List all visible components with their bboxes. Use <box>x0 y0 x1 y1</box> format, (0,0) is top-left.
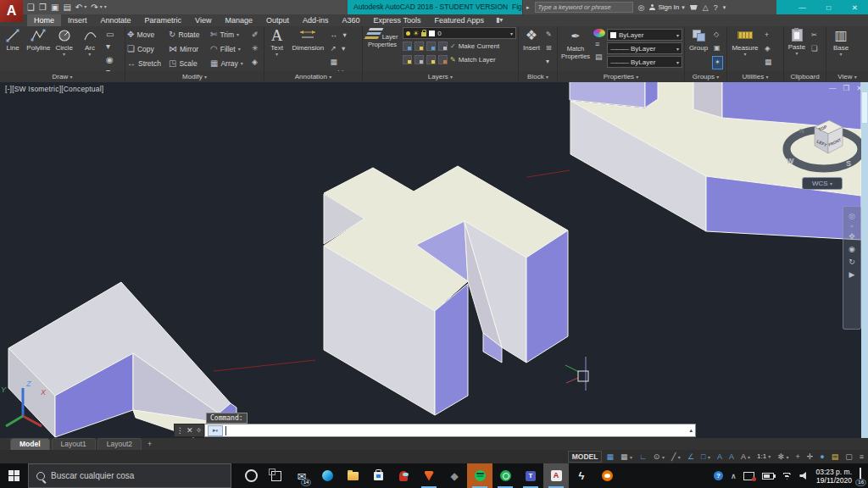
leader-icon[interactable]: ↗ ▾ <box>327 42 362 54</box>
viewport-scrollbar[interactable] <box>861 82 868 438</box>
ribbon-collapse-icon[interactable]: ▮▾ <box>491 14 508 26</box>
layer-tool-icon[interactable] <box>438 55 448 64</box>
paste-button[interactable]: Paste ▾ <box>784 26 810 56</box>
taskbar-app-game[interactable]: ◆ <box>442 463 467 488</box>
lineweight-dropdown[interactable]: ———ByLayer▾ <box>607 42 682 54</box>
chevron-down-icon[interactable]: ▾ <box>850 223 853 230</box>
undo-caret-icon[interactable]: ▾ <box>84 0 86 14</box>
panel-label-annotation[interactable]: Annotation ▾ <box>264 71 362 82</box>
layer-tool-icon[interactable] <box>415 55 424 64</box>
viewport-canvas[interactable]: Z X Y W S N TOP LEFT <box>0 82 868 438</box>
tab-layout1[interactable]: Layout1 <box>52 438 96 450</box>
scale-button[interactable]: ◳Scale <box>167 56 209 70</box>
mirror-button[interactable]: ⋈Mirror <box>167 42 209 56</box>
copy-clip-icon[interactable]: ❏ <box>810 42 820 54</box>
command-prompt-icon[interactable]: ▸▾ <box>208 425 223 436</box>
taskbar-search[interactable]: Buscar cualquier cosa <box>28 463 231 488</box>
group-button[interactable]: Group <box>685 26 712 52</box>
snap-mode-icon[interactable]: ▦ ▾ <box>618 451 635 463</box>
annotation-scale-value[interactable]: 1:1 ▾ <box>754 451 773 463</box>
tab-a360[interactable]: A360 <box>336 14 367 26</box>
redo-icon[interactable]: ↷ <box>91 0 97 14</box>
undo-icon[interactable]: ↶ <box>75 0 82 14</box>
save-icon[interactable]: ▣ <box>51 0 58 14</box>
layer-tool-icon[interactable] <box>438 42 448 51</box>
tab-featured-apps[interactable]: Featured Apps <box>427 14 491 26</box>
tab-addins[interactable]: Add-ins <box>296 14 336 26</box>
cut-icon[interactable]: ✂ <box>810 29 820 41</box>
get-help-icon[interactable]: ? <box>714 471 723 480</box>
tab-manage[interactable]: Manage <box>218 14 259 26</box>
tray-expand-icon[interactable]: ∧ <box>731 472 737 480</box>
search-icon[interactable]: ◎ <box>638 3 645 12</box>
open-file-icon[interactable]: ❒ <box>39 0 47 14</box>
command-close-icon[interactable]: ✕ <box>186 426 193 435</box>
qat-customize-icon[interactable]: ▾ <box>104 0 107 14</box>
circle-button[interactable]: Circle▾ <box>52 26 77 57</box>
wcs-dropdown[interactable]: WCS ▾ <box>802 177 843 190</box>
group-edit-icon[interactable]: ▣ <box>712 42 723 54</box>
layer-tool-icon[interactable] <box>403 55 412 64</box>
wifi-icon[interactable] <box>782 472 792 480</box>
object-color-dropdown[interactable]: ByLayer▾ <box>607 29 682 41</box>
sign-in-button[interactable]: Sign In ▾ <box>649 3 684 11</box>
measure-button[interactable]: Measure ▾ <box>727 26 763 57</box>
text-button[interactable]: A Text ▾ <box>264 26 289 57</box>
new-file-icon[interactable]: ❑ <box>27 0 35 14</box>
minimize-button[interactable]: — <box>798 3 806 12</box>
store-cart-icon[interactable] <box>690 5 698 10</box>
tab-layout2[interactable]: Layout2 <box>97 438 142 450</box>
taskbar-app-cortana[interactable] <box>238 463 264 488</box>
pan-icon[interactable]: ✥ <box>849 230 855 243</box>
trim-button[interactable]: ✄Trim▾ <box>209 27 250 42</box>
redo-caret-icon[interactable]: ▾ <box>100 0 103 14</box>
taskbar-app-task-view[interactable] <box>264 463 289 488</box>
a360-icon[interactable]: △ <box>703 3 709 12</box>
model-space-toggle[interactable]: MODEL <box>568 451 603 463</box>
taskbar-app-store[interactable] <box>365 463 391 488</box>
taskbar-clock[interactable]: 03:23 p. m. 19/11/2020 <box>815 468 852 485</box>
panel-label-view[interactable]: View ▾ <box>826 71 868 82</box>
tab-insert[interactable]: Insert <box>61 14 94 26</box>
object-snap-icon[interactable]: ∠ <box>685 451 697 463</box>
panel-label-groups[interactable]: Groups ▾ <box>685 71 726 82</box>
layer-tool-icon[interactable] <box>403 42 412 51</box>
layer-tool-icon[interactable] <box>426 55 436 64</box>
stretch-button[interactable]: ↔Stretch <box>125 56 167 70</box>
maximize-button[interactable]: □ <box>826 3 831 12</box>
annotation-autoscale-icon[interactable]: A <box>726 451 737 463</box>
lineweight-icon[interactable]: ≡ <box>593 38 605 50</box>
match-properties-button[interactable]: ✒ Match Properties <box>559 27 592 60</box>
fillet-button[interactable]: ◠Fillet▾ <box>209 42 250 56</box>
wrench-icon[interactable]: ✧ <box>196 426 203 435</box>
polyline-button[interactable]: Polyline <box>25 26 51 52</box>
ortho-mode-icon[interactable]: ∟ <box>637 451 649 463</box>
panel-label-layers[interactable]: Layers ▾ <box>363 71 518 82</box>
rectangle-tool-icon[interactable]: ▭ ▾ <box>103 29 125 53</box>
tray-plus-icon[interactable]: + <box>793 451 802 463</box>
drawing-viewport[interactable]: Z X Y W S N TOP LEFT <box>0 82 868 438</box>
customization-menu-icon[interactable]: ≡ <box>857 451 866 463</box>
taskbar-app-whatsapp[interactable] <box>492 463 518 488</box>
solid-bottom-left[interactable] <box>8 282 236 437</box>
network-status-icon[interactable] <box>743 472 754 480</box>
infocenter-arrow-icon[interactable]: ▸ <box>526 4 530 11</box>
viewport-corner-label[interactable]: [-][SW Isometric][Conceptual] <box>5 85 103 93</box>
tab-output[interactable]: Output <box>259 14 296 26</box>
tab-view[interactable]: View <box>188 14 218 26</box>
panel-label-utilities[interactable]: Utilities ▾ <box>727 71 783 82</box>
tab-parametric[interactable]: Parametric <box>138 14 189 26</box>
tab-model[interactable]: Model <box>10 438 50 450</box>
group-selection-icon[interactable]: ✶ <box>712 56 723 69</box>
show-motion-icon[interactable]: ▶ <box>849 269 855 281</box>
array-button[interactable]: ▦Array▾ <box>209 56 250 70</box>
quick-calc-icon[interactable]: ◈ <box>763 42 773 54</box>
clean-screen-icon[interactable]: ▢ <box>843 451 855 463</box>
battery-icon[interactable] <box>762 473 774 480</box>
taskbar-app-autocad[interactable]: A <box>543 463 569 488</box>
annotation-visibility-icon[interactable]: A <box>715 451 725 463</box>
help-icon[interactable]: ? <box>714 3 718 12</box>
polar-tracking-icon[interactable]: ⊙ ▾ <box>651 451 667 463</box>
volume-icon[interactable] <box>799 472 808 480</box>
chevron-down-icon[interactable]: ▾ <box>544 56 554 68</box>
